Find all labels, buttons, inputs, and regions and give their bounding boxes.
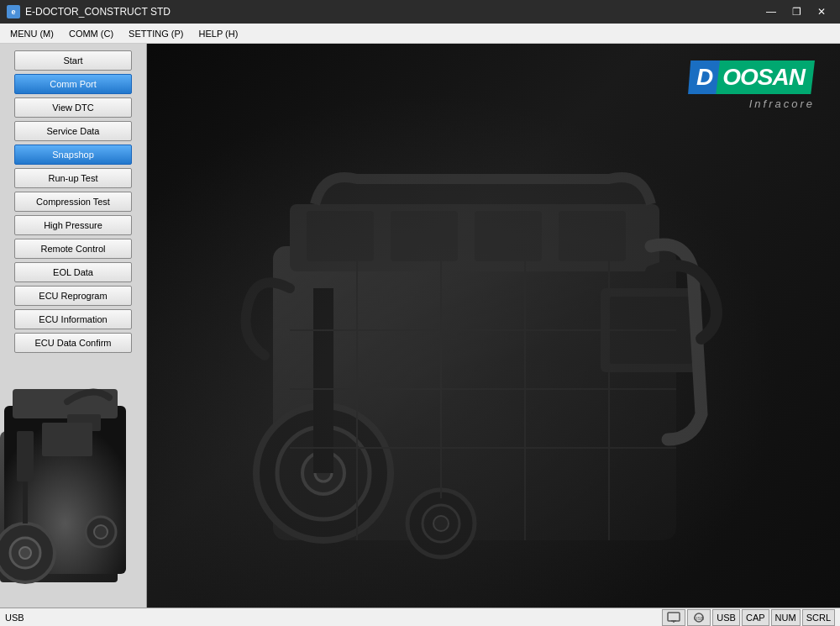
usb-icon: USB bbox=[693, 612, 705, 623]
restore-button[interactable]: ❐ bbox=[785, 3, 808, 20]
svg-rect-34 bbox=[668, 613, 680, 621]
status-usb-label: USB bbox=[5, 613, 655, 623]
menu-menu-item[interactable]: MENU (M) bbox=[3, 27, 60, 40]
close-button[interactable]: ✕ bbox=[810, 3, 833, 20]
svg-rect-13 bbox=[307, 211, 374, 261]
svg-text:USB: USB bbox=[694, 616, 704, 621]
title-text: E-DOCTOR_CONSTRUCT STD bbox=[25, 6, 171, 18]
svg-rect-8 bbox=[42, 423, 92, 456]
comm-port-button[interactable]: Comm Port bbox=[14, 74, 132, 94]
status-bar: USB USB USB CAP NUM SCRL bbox=[0, 608, 840, 626]
usb-icon-box: USB bbox=[687, 609, 711, 626]
svg-rect-7 bbox=[17, 431, 34, 481]
num-indicator: NUM bbox=[771, 609, 801, 626]
title-bar: e E-DOCTOR_CONSTRUCT STD — ❐ ✕ bbox=[0, 0, 840, 24]
logo-area: D OOSAN Infracore bbox=[688, 60, 815, 110]
svg-rect-23 bbox=[313, 288, 333, 473]
window-controls: — ❐ ✕ bbox=[759, 3, 833, 20]
title-bar-left: e E-DOCTOR_CONSTRUCT STD bbox=[7, 5, 171, 18]
cap-indicator: CAP bbox=[742, 609, 769, 626]
infracore-text: Infracore bbox=[749, 97, 815, 110]
doosan-logo: D OOSAN bbox=[688, 60, 815, 94]
content-area: D OOSAN Infracore bbox=[147, 44, 840, 608]
run-up-test-button[interactable]: Run-up Test bbox=[14, 168, 132, 188]
svg-rect-16 bbox=[559, 211, 626, 261]
remote-control-button[interactable]: Remote Control bbox=[14, 239, 132, 259]
sidebar: Start Comm Port View DTC Service Data Sn… bbox=[0, 44, 147, 608]
help-menu-item[interactable]: HELP (H) bbox=[192, 27, 244, 40]
view-dtc-button[interactable]: View DTC bbox=[14, 97, 132, 118]
svg-rect-15 bbox=[475, 211, 542, 261]
high-pressure-button[interactable]: High Pressure bbox=[14, 215, 132, 235]
app-icon: e bbox=[7, 5, 20, 18]
eol-data-button[interactable]: EOL Data bbox=[14, 262, 132, 282]
svg-point-10 bbox=[94, 525, 108, 539]
ecu-information-button[interactable]: ECU Information bbox=[14, 309, 132, 329]
ecu-reprogram-button[interactable]: ECU Reprogram bbox=[14, 286, 132, 306]
svg-point-4 bbox=[19, 547, 31, 559]
start-button[interactable]: Start bbox=[14, 50, 132, 71]
comm-menu-item[interactable]: COMM (C) bbox=[62, 27, 120, 40]
logo-d-letter: D bbox=[688, 60, 721, 94]
minimize-button[interactable]: — bbox=[759, 3, 783, 20]
engine-illustration bbox=[0, 339, 147, 608]
compression-test-button[interactable]: Compression Test bbox=[14, 192, 132, 212]
logo-oosan-letters: OOSAN bbox=[716, 60, 815, 94]
main-layout: Start Comm Port View DTC Service Data Sn… bbox=[0, 44, 840, 608]
scrl-indicator: SCRL bbox=[802, 609, 835, 626]
network-icon-box bbox=[662, 609, 685, 626]
menu-bar: MENU (M) COMM (C) SETTING (P) HELP (H) bbox=[0, 24, 840, 44]
status-right: USB USB CAP NUM SCRL bbox=[662, 609, 835, 626]
usb-status: USB bbox=[712, 609, 740, 626]
content-engine-svg bbox=[189, 120, 777, 608]
snapshop-button[interactable]: Snapshop bbox=[14, 145, 132, 165]
ecu-data-confirm-button[interactable]: ECU Data Confirm bbox=[14, 333, 132, 353]
svg-point-26 bbox=[433, 516, 449, 531]
network-icon bbox=[667, 612, 680, 623]
svg-rect-14 bbox=[391, 211, 458, 261]
setting-menu-item[interactable]: SETTING (P) bbox=[122, 27, 190, 40]
service-data-button[interactable]: Service Data bbox=[14, 121, 132, 141]
